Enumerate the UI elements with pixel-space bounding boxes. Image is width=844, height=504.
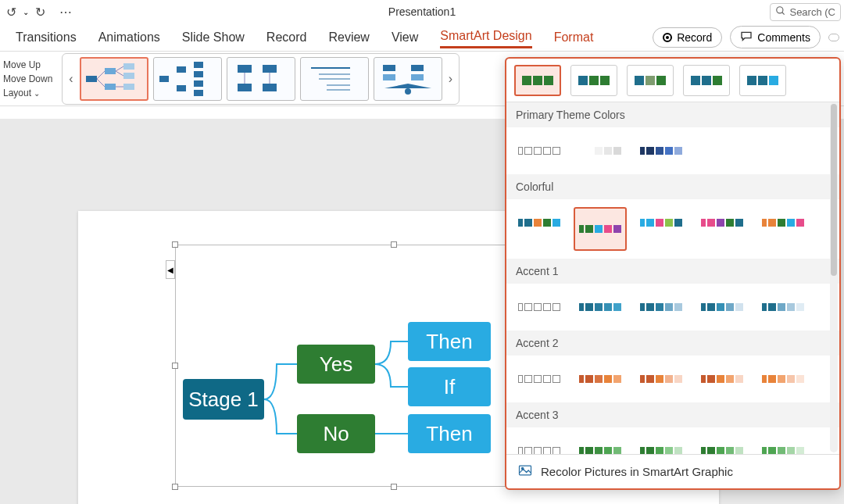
color-swatch[interactable]: [574, 291, 627, 323]
svg-rect-20: [238, 65, 252, 73]
record-button[interactable]: Record: [653, 27, 722, 48]
svg-rect-22: [263, 65, 277, 73]
color-swatch[interactable]: [513, 135, 566, 166]
tab-format[interactable]: Format: [554, 27, 594, 48]
style-thumb[interactable]: [514, 65, 561, 96]
resize-handle[interactable]: [172, 484, 178, 490]
svg-rect-21: [238, 84, 252, 91]
svg-line-11: [116, 71, 123, 76]
color-swatch[interactable]: [635, 363, 688, 395]
smartart-node-yes[interactable]: Yes: [297, 345, 375, 384]
gallery-prev[interactable]: ‹: [67, 72, 74, 86]
color-swatch[interactable]: [513, 207, 566, 238]
scroll-thumb[interactable]: [831, 104, 837, 276]
smartart-style-row: [506, 59, 839, 102]
svg-rect-16: [194, 62, 203, 68]
svg-rect-19: [194, 90, 203, 96]
undo-button[interactable]: ↺: [6, 5, 16, 20]
color-swatch[interactable]: [574, 363, 627, 395]
move-up-button[interactable]: Move Up: [3, 59, 52, 70]
resize-handle[interactable]: [172, 363, 178, 369]
redo-button[interactable]: ↻: [35, 5, 45, 20]
resize-handle[interactable]: [391, 241, 397, 248]
section-accent2-label: Accent 2: [506, 331, 839, 356]
color-swatch[interactable]: [574, 207, 627, 251]
qat-more-button[interactable]: ⋯: [59, 5, 72, 20]
color-swatch[interactable]: [513, 291, 566, 323]
color-swatch[interactable]: [756, 207, 810, 238]
style-thumb[interactable]: [683, 65, 730, 96]
search-icon: [775, 5, 786, 19]
svg-rect-23: [263, 84, 277, 91]
recolor-label: Recolor Pictures in SmartArt Graphic: [541, 465, 733, 478]
layout-gallery: ‹ ›: [62, 53, 460, 105]
layout-thumb-4[interactable]: [300, 57, 369, 101]
svg-rect-5: [123, 63, 134, 70]
comment-icon: [740, 30, 753, 45]
style-thumb[interactable]: [739, 65, 786, 96]
gallery-next[interactable]: ›: [447, 72, 454, 86]
swatch-row-accent1: [506, 284, 839, 331]
resize-handle[interactable]: [391, 484, 397, 490]
swatch-row-colorful: [506, 199, 839, 259]
color-swatch[interactable]: [574, 135, 627, 166]
document-title: Presentation1: [388, 5, 456, 18]
svg-rect-13: [159, 76, 169, 82]
share-button[interactable]: [828, 34, 839, 41]
color-swatch[interactable]: [635, 291, 688, 323]
svg-rect-33: [411, 65, 424, 71]
resize-handle[interactable]: [172, 241, 178, 248]
color-swatch[interactable]: [756, 363, 810, 395]
layout-dropdown[interactable]: Layout ⌄: [3, 88, 52, 98]
undo-dropdown[interactable]: ⌄: [23, 8, 29, 16]
color-swatch[interactable]: [756, 291, 810, 323]
svg-rect-6: [123, 73, 134, 79]
smartart-node-if[interactable]: If: [408, 367, 491, 406]
svg-rect-2: [86, 76, 97, 82]
section-colorful-label: Colorful: [506, 174, 839, 199]
tab-record[interactable]: Record: [266, 27, 307, 48]
layout-thumb-5[interactable]: [374, 57, 442, 101]
tab-review[interactable]: Review: [328, 27, 369, 48]
svg-line-1: [782, 12, 785, 14]
tab-transitions[interactable]: Transitions: [16, 27, 77, 48]
style-thumb[interactable]: [627, 65, 674, 96]
search-box[interactable]: Search (C: [770, 3, 841, 21]
smartart-node-then2[interactable]: Then: [408, 414, 491, 453]
section-accent1-label: Accent 1: [506, 259, 839, 284]
style-thumb[interactable]: [570, 65, 617, 96]
recolor-icon: [517, 463, 533, 481]
color-swatch[interactable]: [696, 207, 749, 238]
tab-view[interactable]: View: [392, 27, 418, 48]
smartart-node-no[interactable]: No: [297, 414, 375, 453]
color-panel: Primary Theme Colors Colorful Accent 1 A…: [505, 57, 841, 490]
smartart-node-then1[interactable]: Then: [408, 322, 491, 361]
svg-point-36: [405, 88, 411, 95]
comments-button[interactable]: Comments: [730, 26, 821, 48]
move-down-button[interactable]: Move Down: [3, 73, 52, 84]
layout-thumb-3[interactable]: [227, 57, 295, 101]
color-swatch[interactable]: [635, 135, 688, 166]
color-swatch[interactable]: [635, 207, 688, 238]
color-swatch[interactable]: [513, 363, 566, 395]
tab-animations[interactable]: Animations: [98, 27, 160, 48]
svg-rect-34: [411, 74, 424, 80]
color-swatch[interactable]: [696, 363, 749, 395]
svg-rect-14: [177, 66, 186, 73]
layout-thumb-1[interactable]: [80, 57, 148, 101]
record-icon: [663, 33, 672, 42]
color-swatch[interactable]: [696, 291, 749, 323]
swatch-row-primary: [506, 127, 839, 174]
layout-thumb-2[interactable]: [153, 57, 222, 101]
titlebar: ↺ ⌄ ↻ ⋯ Presentation1 Search (C: [0, 0, 844, 23]
panel-scrollbar[interactable]: [830, 102, 838, 452]
svg-point-0: [777, 6, 783, 13]
svg-rect-17: [194, 71, 203, 77]
tab-slideshow[interactable]: Slide Show: [182, 27, 245, 48]
svg-line-8: [97, 71, 105, 79]
text-pane-toggle[interactable]: ◀: [166, 260, 175, 279]
recolor-pictures-button[interactable]: Recolor Pictures in SmartArt Graphic: [506, 454, 839, 488]
tab-smartart-design[interactable]: SmartArt Design: [440, 26, 531, 48]
smartart-node-stage[interactable]: Stage 1: [183, 379, 264, 420]
section-accent3-label: Accent 3: [506, 402, 839, 427]
